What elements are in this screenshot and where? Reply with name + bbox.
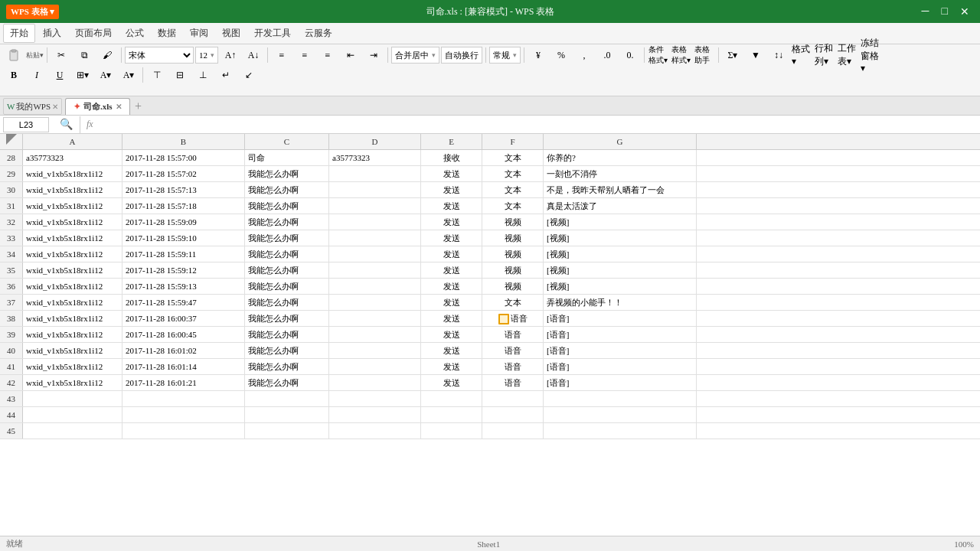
cell-d30[interactable] bbox=[329, 182, 421, 197]
cell-f38[interactable]: 语音 bbox=[482, 311, 544, 326]
cell-f41[interactable]: 语音 bbox=[482, 359, 544, 374]
cell-d42[interactable] bbox=[329, 375, 421, 390]
cell-a38[interactable]: wxid_v1xb5x18rx1i12 bbox=[23, 311, 122, 326]
cell-f28[interactable]: 文本 bbox=[482, 150, 544, 165]
menu-cloud[interactable]: 云服务 bbox=[299, 24, 338, 42]
cell-c29[interactable]: 我能怎么办啊 bbox=[245, 166, 329, 181]
cell-b44[interactable] bbox=[122, 407, 245, 422]
col-header-d[interactable]: D bbox=[329, 134, 421, 149]
cell-g45[interactable] bbox=[544, 423, 697, 439]
cell-c30[interactable]: 我能怎么办啊 bbox=[245, 182, 329, 197]
cell-d43[interactable] bbox=[329, 391, 421, 406]
cell-e30[interactable]: 发送 bbox=[421, 182, 482, 197]
cell-f33[interactable]: 视频 bbox=[482, 230, 544, 246]
cell-c31[interactable]: 我能怎么办啊 bbox=[245, 198, 329, 214]
cell-b45[interactable] bbox=[122, 423, 245, 439]
align-right-btn[interactable]: ≡ bbox=[317, 47, 338, 64]
cell-f36[interactable]: 视频 bbox=[482, 279, 544, 294]
cell-e40[interactable]: 发送 bbox=[421, 343, 482, 358]
cell-d28[interactable]: a35773323 bbox=[329, 150, 421, 165]
table-format-btn[interactable]: 表格样式▾ bbox=[671, 47, 692, 64]
menu-insert[interactable]: 插入 bbox=[37, 24, 67, 42]
cell-a34[interactable]: wxid_v1xb5x18rx1i12 bbox=[23, 246, 122, 262]
row-number[interactable]: 43 bbox=[0, 391, 23, 406]
cell-c44[interactable] bbox=[245, 407, 329, 422]
cell-b30[interactable]: 2017-11-28 15:57:13 bbox=[122, 182, 245, 197]
cell-a31[interactable]: wxid_v1xb5x18rx1i12 bbox=[23, 198, 122, 214]
cell-g28[interactable]: 你养的? bbox=[544, 150, 697, 165]
cell-c32[interactable]: 我能怎么办啊 bbox=[245, 214, 329, 230]
cell-d44[interactable] bbox=[329, 407, 421, 422]
cell-d39[interactable] bbox=[329, 327, 421, 342]
align-left-btn[interactable]: ≡ bbox=[271, 47, 292, 64]
cut-btn[interactable]: ✂ bbox=[51, 47, 72, 64]
cell-e34[interactable]: 发送 bbox=[421, 246, 482, 262]
cell-e28[interactable]: 接收 bbox=[421, 150, 482, 165]
cell-f45[interactable] bbox=[482, 423, 544, 439]
cell-a32[interactable]: wxid_v1xb5x18rx1i12 bbox=[23, 214, 122, 230]
filter-btn[interactable]: ▼ bbox=[745, 47, 766, 64]
row-number[interactable]: 35 bbox=[0, 262, 23, 278]
cell-e36[interactable]: 发送 bbox=[421, 279, 482, 294]
cell-e29[interactable]: 发送 bbox=[421, 166, 482, 181]
menu-page-layout[interactable]: 页面布局 bbox=[69, 24, 118, 42]
dec-increase-btn[interactable]: .0 bbox=[596, 47, 618, 64]
col-header-a[interactable]: A bbox=[23, 134, 122, 149]
cell-c37[interactable]: 我能怎么办啊 bbox=[245, 295, 329, 310]
cell-f37[interactable]: 文本 bbox=[482, 295, 544, 310]
cell-direction-btn[interactable]: ↙ bbox=[238, 67, 260, 83]
cell-b29[interactable]: 2017-11-28 15:57:02 bbox=[122, 166, 245, 181]
cell-c34[interactable]: 我能怎么办啊 bbox=[245, 246, 329, 262]
indent-left-btn[interactable]: ⇤ bbox=[340, 47, 361, 64]
col-header-b[interactable]: B bbox=[122, 134, 245, 149]
underline-btn[interactable]: U bbox=[49, 67, 70, 83]
cell-c40[interactable]: 我能怎么办啊 bbox=[245, 343, 329, 358]
cell-c33[interactable]: 我能怎么办啊 bbox=[245, 230, 329, 246]
cell-a33[interactable]: wxid_v1xb5x18rx1i12 bbox=[23, 230, 122, 246]
row-number[interactable]: 30 bbox=[0, 182, 23, 197]
cell-f31[interactable]: 文本 bbox=[482, 198, 544, 214]
cell-g35[interactable]: [视频] bbox=[544, 262, 697, 278]
merge-combo[interactable]: 合并居中▾ bbox=[391, 47, 439, 64]
cell-e37[interactable]: 发送 bbox=[421, 295, 482, 310]
cell-f42[interactable]: 语音 bbox=[482, 375, 544, 390]
menu-devtools[interactable]: 开发工具 bbox=[248, 24, 297, 42]
close-btn[interactable]: ✕ bbox=[956, 5, 974, 18]
cell-c36[interactable]: 我能怎么办啊 bbox=[245, 279, 329, 294]
row-number[interactable]: 37 bbox=[0, 295, 23, 310]
cell-g42[interactable]: [语音] bbox=[544, 375, 697, 390]
font-decrease-btn[interactable]: A↓ bbox=[243, 47, 264, 64]
cell-d41[interactable] bbox=[329, 359, 421, 374]
cell-e45[interactable] bbox=[421, 423, 482, 439]
cell-a40[interactable]: wxid_v1xb5x18rx1i12 bbox=[23, 343, 122, 358]
cell-a35[interactable]: wxid_v1xb5x18rx1i12 bbox=[23, 262, 122, 278]
row-number[interactable]: 36 bbox=[0, 279, 23, 294]
menu-data[interactable]: 数据 bbox=[152, 24, 182, 42]
cell-a42[interactable]: wxid_v1xb5x18rx1i12 bbox=[23, 375, 122, 390]
fill-color-btn[interactable]: A▾ bbox=[95, 67, 116, 83]
cell-d31[interactable] bbox=[329, 198, 421, 214]
cell-g32[interactable]: [视频] bbox=[544, 214, 697, 230]
top-align-btn[interactable]: ⊤ bbox=[146, 67, 168, 83]
cell-e32[interactable]: 发送 bbox=[421, 214, 482, 230]
cell-b37[interactable]: 2017-11-28 15:59:47 bbox=[122, 295, 245, 310]
cell-c28[interactable]: 司命 bbox=[245, 150, 329, 165]
cell-a43[interactable] bbox=[23, 391, 122, 406]
row-number[interactable]: 28 bbox=[0, 150, 23, 165]
file-tab-close[interactable]: ✕ bbox=[116, 103, 122, 111]
cell-g36[interactable]: [视频] bbox=[544, 279, 697, 294]
cell-f29[interactable]: 文本 bbox=[482, 166, 544, 181]
cell-b38[interactable]: 2017-11-28 16:00:37 bbox=[122, 311, 245, 326]
cell-g30[interactable]: 不是，我昨天帮别人晒着了一会 bbox=[544, 182, 697, 197]
formula-input[interactable] bbox=[100, 117, 977, 132]
cell-b43[interactable] bbox=[122, 391, 245, 406]
cell-e38[interactable]: 发送 bbox=[421, 311, 482, 326]
table-helper-btn[interactable]: 表格助手 bbox=[694, 47, 715, 64]
cell-a37[interactable]: wxid_v1xb5x18rx1i12 bbox=[23, 295, 122, 310]
cell-b35[interactable]: 2017-11-28 15:59:12 bbox=[122, 262, 245, 278]
row-number[interactable]: 34 bbox=[0, 246, 23, 262]
my-wps-tab[interactable]: 我的WPS bbox=[16, 101, 51, 112]
cell-b40[interactable]: 2017-11-28 16:01:02 bbox=[122, 343, 245, 358]
cell-d35[interactable] bbox=[329, 262, 421, 278]
cell-e31[interactable]: 发送 bbox=[421, 198, 482, 214]
